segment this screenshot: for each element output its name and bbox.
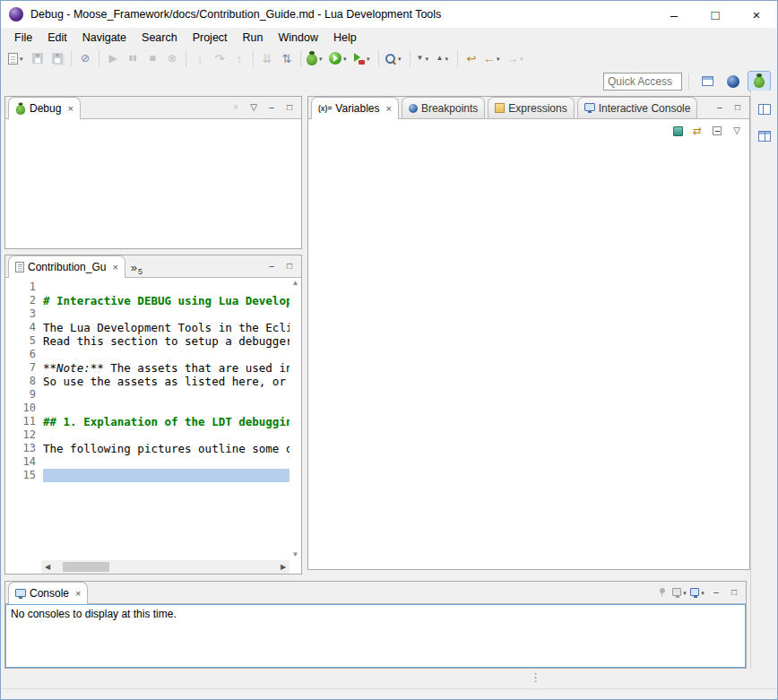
line-number[interactable]: 5 (16, 334, 36, 348)
line-number[interactable]: 9 (16, 388, 36, 402)
menu-run[interactable]: Run (236, 30, 272, 46)
minimize-view-button[interactable]: – (264, 99, 280, 116)
tab-expressions[interactable]: Expressions (488, 97, 574, 118)
suspend-button[interactable]: ▮▮ (123, 48, 143, 68)
drop-to-frame-button[interactable]: ⇊ (257, 48, 277, 68)
scrollbar-track[interactable] (54, 560, 277, 574)
annotation-ruler[interactable] (5, 361, 16, 375)
forward-button[interactable]: → ▾ (505, 48, 528, 68)
close-icon[interactable]: × (75, 589, 81, 599)
minimize-view-button[interactable]: – (712, 99, 728, 116)
open-perspective-button[interactable] (696, 71, 719, 91)
annotation-ruler[interactable] (5, 469, 16, 482)
annotation-ruler[interactable] (5, 281, 16, 294)
display-selected-console-button[interactable]: ▾ (672, 584, 688, 601)
view-menu-button[interactable]: ▽ (729, 123, 745, 139)
line-number[interactable]: 11 (16, 415, 36, 428)
line-number[interactable]: 13 (16, 442, 36, 455)
line-number[interactable]: 15 (16, 469, 36, 482)
maximize-window-button[interactable]: □ (695, 1, 736, 28)
annotation-ruler[interactable] (5, 428, 16, 442)
console-content[interactable]: No consoles to display at this time. (5, 604, 746, 668)
show-logical-structure-button[interactable]: ⇄ (689, 123, 705, 139)
variables-view-content[interactable] (308, 143, 749, 569)
annotation-ruler[interactable] (5, 455, 16, 469)
tab-overflow-button[interactable]: » 5 (125, 261, 146, 277)
debug-perspective-button[interactable] (748, 71, 771, 91)
close-window-button[interactable]: × (736, 1, 777, 28)
line-number[interactable]: 10 (16, 402, 36, 415)
save-all-button[interactable] (48, 48, 67, 68)
previous-annotation-button[interactable]: ▲ ▾ (434, 48, 454, 68)
pin-console-button[interactable] (654, 584, 670, 601)
view-menu-button[interactable]: ▽ (246, 99, 262, 116)
line-number[interactable]: 8 (16, 375, 36, 388)
tab-interactive-console[interactable]: Interactive Console (577, 97, 698, 118)
sash-grip[interactable]: ⋮ (530, 670, 541, 684)
use-step-filters-button[interactable]: ⇅ (277, 48, 297, 68)
menu-file[interactable]: File (7, 30, 40, 46)
annotation-ruler[interactable] (5, 415, 16, 428)
menu-edit[interactable]: Edit (40, 30, 75, 46)
annotation-ruler[interactable] (5, 294, 16, 307)
menu-help[interactable]: Help (326, 30, 365, 46)
annotation-ruler[interactable] (5, 375, 16, 388)
collapse-all-button[interactable] (709, 123, 725, 139)
minimize-window-button[interactable]: – (653, 1, 695, 28)
editor-content[interactable]: 1 2# Interactive DEBUG using Lua Develop… (5, 278, 301, 560)
menu-window[interactable]: Window (272, 30, 326, 46)
scroll-up-icon[interactable]: ▲ (292, 280, 299, 287)
line-number[interactable]: 1 (16, 281, 36, 294)
annotation-ruler[interactable] (5, 402, 16, 415)
back-button[interactable]: ← ▾ (481, 48, 505, 68)
tab-console[interactable]: Console × (8, 582, 88, 604)
line-number[interactable]: 4 (16, 321, 36, 334)
scrollbar-thumb[interactable] (63, 562, 109, 572)
quick-access-input[interactable] (603, 73, 682, 91)
next-annotation-button[interactable]: ▼ ▾ (414, 48, 434, 68)
disconnect-button[interactable]: ⊗ (162, 48, 182, 68)
minimize-view-button[interactable]: – (708, 584, 724, 601)
step-return-button[interactable]: ↑ (229, 48, 249, 68)
open-console-button[interactable]: ▾ (690, 584, 706, 601)
lua-perspective-button[interactable] (722, 71, 745, 91)
line-number[interactable]: 3 (16, 307, 36, 321)
search-button[interactable]: ▾ (383, 48, 406, 68)
tab-contribution-guide[interactable]: Contribution_Gu × (8, 255, 125, 278)
external-tools-button[interactable]: ▾ (351, 48, 375, 68)
resume-button[interactable]: ▶ (103, 48, 123, 68)
line-number[interactable]: 2 (16, 294, 36, 307)
skip-all-breakpoints-button[interactable]: ⊘ (75, 48, 95, 68)
editor-horizontal-scrollbar[interactable]: ◀ ▶ (41, 560, 290, 574)
save-button[interactable] (28, 48, 48, 68)
tab-variables[interactable]: (x)= Variables × (311, 97, 399, 119)
maximize-view-button[interactable]: □ (281, 258, 298, 274)
menu-search[interactable]: Search (134, 30, 186, 46)
minimized-view-button[interactable] (755, 99, 774, 119)
maximize-view-button[interactable]: □ (730, 99, 746, 116)
line-number[interactable]: 12 (16, 428, 36, 442)
scroll-right-icon[interactable]: ▶ (277, 563, 290, 571)
last-edit-location-button[interactable]: ↩ (462, 48, 481, 68)
minimize-view-button[interactable]: – (264, 258, 280, 274)
step-over-button[interactable]: ↷ (210, 48, 229, 68)
line-number[interactable]: 14 (16, 455, 36, 469)
step-into-button[interactable]: ↓ (190, 48, 210, 68)
tab-debug[interactable]: Debug × (8, 97, 81, 119)
line-number[interactable]: 7 (16, 361, 36, 375)
line-number[interactable]: 6 (16, 348, 36, 361)
maximize-view-button[interactable]: □ (281, 99, 298, 116)
annotation-ruler[interactable] (5, 334, 16, 348)
menu-navigate[interactable]: Navigate (75, 30, 134, 46)
close-icon[interactable]: × (386, 104, 392, 114)
annotation-ruler[interactable] (5, 348, 16, 361)
close-icon[interactable]: × (112, 263, 117, 272)
debug-button[interactable]: ▾ (305, 48, 327, 68)
close-icon[interactable]: × (67, 104, 73, 114)
annotation-ruler[interactable] (5, 442, 16, 455)
scroll-down-icon[interactable]: ▼ (292, 551, 299, 558)
scroll-left-icon[interactable]: ◀ (41, 563, 54, 571)
remove-all-terminated-button[interactable]: × (228, 99, 244, 116)
editor-vertical-scrollbar[interactable]: ▲ ▼ (290, 278, 301, 560)
annotation-ruler[interactable] (5, 321, 16, 334)
